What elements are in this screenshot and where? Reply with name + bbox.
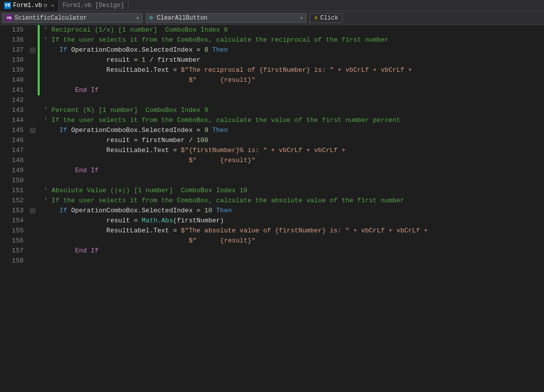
tab-form1vb[interactable]: VB Form1.vb ⊡ ✕ — [0, 0, 59, 11]
event-indicator: ⚡ Click — [309, 13, 343, 23]
token: ResultLabel.Text = — [75, 147, 181, 154]
token: result = firstNumber / — [75, 137, 196, 144]
token: 8 — [204, 46, 208, 54]
line-number-148: 148 — [0, 156, 24, 166]
code-line-135: ' Reciprocal (1/x) [1 number] ComboBox I… — [44, 25, 544, 35]
line-number-145: 145 — [0, 125, 24, 136]
method-icon: ⚙ — [149, 14, 153, 22]
margin-line-147 — [28, 146, 38, 156]
code-line-154: result = Math.Abs(firstNumber) — [44, 216, 544, 226]
collapse-btn-153[interactable]: − — [30, 208, 35, 213]
code-line-147: ResultLabel.Text = $"{firstNumber}% is: … — [44, 146, 544, 156]
token: ' If the user selects it from the ComboB… — [44, 197, 404, 204]
code-line-149: End If — [44, 166, 544, 176]
token: 9 — [204, 126, 208, 134]
token: End If — [75, 167, 98, 174]
margin-line-136 — [28, 35, 38, 45]
margin-line-137: − — [28, 45, 38, 55]
token: $"The absolute value of {firstNumber} is… — [181, 227, 427, 234]
token: / firstNumber — [146, 56, 200, 64]
token: result = — [75, 217, 142, 224]
token: OperationComboBox.SelectedIndex = — [67, 46, 204, 54]
line-number-154: 154 — [0, 216, 24, 226]
token: result = — [75, 56, 142, 64]
token: OperationComboBox.SelectedIndex = — [67, 126, 204, 134]
token: ' Percent (%) [1 number] ComboBox Index … — [44, 106, 208, 114]
token: Then — [212, 46, 228, 54]
token: (firstNumber) — [173, 217, 224, 224]
margin-line-139 — [28, 65, 38, 75]
token: End If — [75, 247, 98, 254]
token: Math.Abs — [142, 217, 173, 224]
code-line-141: End If — [44, 85, 544, 95]
token — [75, 157, 188, 164]
token: $" {result}" — [189, 157, 256, 164]
vb-class-icon: VB — [6, 15, 13, 22]
margin-line-153: − — [28, 206, 38, 216]
line-number-156: 156 — [0, 236, 24, 246]
class-dropdown-arrow: ▾ — [136, 15, 139, 21]
code-line-153: If OperationComboBox.SelectedIndex = 10 … — [44, 206, 544, 216]
code-editor[interactable]: 1351361371381391401411421431441451461471… — [0, 25, 544, 392]
token — [59, 247, 75, 254]
token: If — [59, 126, 67, 134]
line-number-135: 135 — [0, 25, 24, 35]
class-dropdown-label: ScientificCalculator — [15, 15, 87, 22]
token: $"The reciprocal of {firstNumber} is: " … — [181, 66, 412, 74]
line-number-142: 142 — [0, 95, 24, 105]
line-number-141: 141 — [0, 85, 24, 95]
line-number-152: 152 — [0, 196, 24, 206]
margin-line-142 — [28, 95, 38, 105]
tab-close-form1vb[interactable]: ✕ — [51, 3, 54, 9]
code-line-152: ' If the user selects it from the ComboB… — [44, 196, 544, 206]
method-dropdown[interactable]: ⚙ ClearAllButton ▾ — [146, 13, 306, 23]
margin-line-155 — [28, 226, 38, 236]
margin-line-152 — [28, 196, 38, 206]
margin-line-158 — [28, 256, 38, 266]
margin-line-157 — [28, 246, 38, 256]
token — [208, 46, 212, 54]
line-number-146: 146 — [0, 136, 24, 146]
line-number-138: 138 — [0, 55, 24, 65]
margin-line-145: − — [28, 125, 38, 136]
collapse-btn-145[interactable]: − — [30, 128, 35, 133]
line-number-136: 136 — [0, 35, 24, 45]
token: $" {result}" — [189, 76, 256, 84]
token: 100 — [196, 137, 208, 144]
margin-line-141 — [28, 85, 38, 95]
token: OperationComboBox.SelectedIndex = — [67, 207, 204, 214]
collapse-btn-137[interactable]: − — [30, 48, 35, 53]
code-line-137: If OperationComboBox.SelectedIndex = 8 T… — [44, 45, 544, 55]
line-number-158: 158 — [0, 256, 24, 266]
class-dropdown[interactable]: VB ScientificCalculator ▾ — [2, 13, 143, 23]
margin-line-150 — [28, 176, 38, 186]
margin-line-154 — [28, 216, 38, 226]
margin-line-149 — [28, 166, 38, 176]
code-content[interactable]: ' Reciprocal (1/x) [1 number] ComboBox I… — [40, 25, 544, 392]
margin-line-140 — [28, 75, 38, 85]
token: ResultLabel.Text = — [75, 66, 181, 74]
token: $" {result}" — [189, 237, 256, 244]
margin-line-151 — [28, 186, 38, 196]
code-line-136: ' If the user selects it from the ComboB… — [44, 35, 544, 45]
line-number-153: 153 — [0, 206, 24, 216]
token: ' If the user selects it from the ComboB… — [44, 36, 389, 44]
token: If — [59, 207, 67, 214]
code-line-150 — [44, 176, 544, 186]
token: 10 — [204, 207, 212, 214]
margin-line-156 — [28, 236, 38, 246]
line-number-147: 147 — [0, 146, 24, 156]
code-line-145: If OperationComboBox.SelectedIndex = 9 T… — [44, 125, 544, 136]
lightning-icon: ⚡ — [314, 14, 318, 22]
token: If — [59, 46, 67, 54]
vb-icon: VB — [4, 2, 11, 9]
margin-line-143 — [28, 105, 38, 115]
code-line-157: End If — [44, 246, 544, 256]
editor-margin: −−− — [28, 25, 38, 392]
line-number-143: 143 — [0, 105, 24, 115]
tab-label-form1design: Form1.vb [Design] — [63, 2, 124, 9]
line-numbers: 1351361371381391401411421431441451461471… — [0, 25, 28, 392]
token — [59, 167, 75, 174]
tab-form1design[interactable]: Form1.vb [Design] — [59, 0, 129, 11]
tab-label-form1vb: Form1.vb — [13, 2, 42, 9]
